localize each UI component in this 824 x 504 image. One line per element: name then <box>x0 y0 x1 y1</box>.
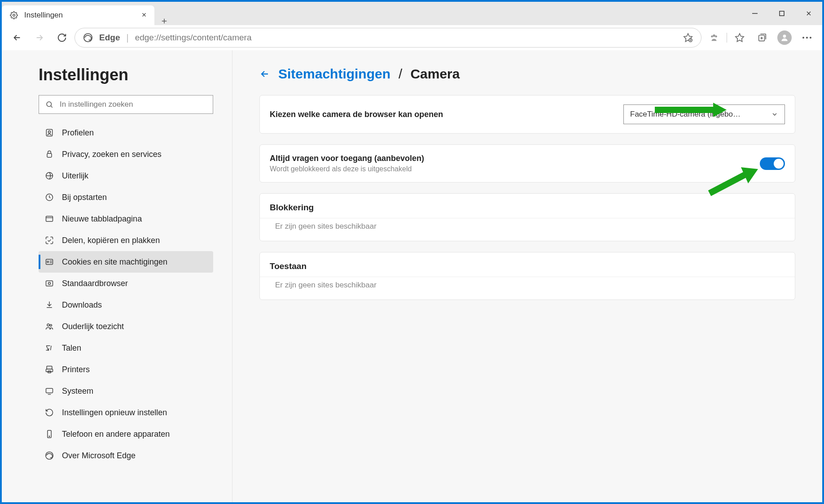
svg-point-9 <box>802 37 804 39</box>
sidebar-item[interactable]: Cookies en site machtigingen <box>39 251 213 273</box>
svg-point-4 <box>713 35 715 37</box>
sidebar-item[interactable]: Bij opstarten <box>39 187 213 208</box>
sidebar-item-icon <box>45 408 54 417</box>
settings-search-input[interactable] <box>60 100 206 109</box>
sidebar-item-icon <box>45 343 54 352</box>
sidebar-item[interactable]: Delen, kopiëren en plakken <box>39 230 213 251</box>
svg-point-24 <box>50 324 52 326</box>
sidebar-item-icon <box>45 300 54 309</box>
new-tab-button[interactable] <box>154 17 174 25</box>
sidebar-item-label: Privacy, zoeken en services <box>62 150 162 159</box>
window-minimize-button[interactable] <box>741 2 768 25</box>
svg-point-12 <box>47 102 52 107</box>
svg-point-0 <box>13 14 15 17</box>
favorite-star-icon[interactable] <box>683 33 693 43</box>
sidebar-item[interactable]: Standaardbrowser <box>39 273 213 294</box>
sidebar-item-icon <box>45 257 54 266</box>
svg-point-20 <box>47 261 48 262</box>
nav-reload-button[interactable] <box>52 28 72 48</box>
sidebar-item[interactable]: Telefoon en andere apparaten <box>39 423 213 445</box>
sidebar-item[interactable]: Ouderlijk toezicht <box>39 316 213 337</box>
breadcrumb-current: Camera <box>410 66 460 82</box>
sidebar-item[interactable]: Over Microsoft Edge <box>39 445 213 466</box>
browser-tab[interactable]: Instellingen <box>2 5 154 25</box>
edge-logo-icon <box>83 33 93 43</box>
ask-toggle-sub: Wordt geblokkeerd als deze is uitgeschak… <box>270 165 424 173</box>
svg-line-34 <box>710 174 745 193</box>
sidebar-item[interactable]: Uiterlijk <box>39 165 213 187</box>
chevron-down-icon <box>771 111 778 118</box>
sidebar-item-label: Instellingen opnieuw instellen <box>62 408 167 417</box>
sidebar-item-label: Over Microsoft Edge <box>62 451 136 461</box>
sidebar-item-label: Cookies en site machtigingen <box>62 257 167 267</box>
more-menu-icon[interactable] <box>797 28 817 48</box>
favorites-icon[interactable] <box>730 28 749 48</box>
svg-point-23 <box>47 324 49 326</box>
choose-camera-label: Kiezen welke camera de browser kan opene… <box>270 110 443 119</box>
window-close-button[interactable] <box>795 2 822 25</box>
block-empty-text: Er zijn geen sites beschikbaar <box>260 218 795 241</box>
address-bar[interactable]: Edge | edge://settings/content/camera <box>75 28 701 48</box>
svg-rect-1 <box>780 11 784 16</box>
sidebar-item-icon <box>45 387 54 395</box>
svg-point-6 <box>715 35 717 37</box>
svg-point-14 <box>48 131 51 133</box>
sidebar-item-label: Bij opstarten <box>62 193 107 202</box>
breadcrumb-back-icon[interactable] <box>259 69 270 79</box>
sidebar-item-label: Delen, kopiëren en plakken <box>62 236 160 245</box>
allow-empty-text: Er zijn geen sites beschikbaar <box>260 277 795 300</box>
tab-title: Instellingen <box>24 11 141 20</box>
sidebar-item[interactable]: Instellingen opnieuw instellen <box>39 402 213 423</box>
address-url: edge://settings/content/camera <box>135 33 252 43</box>
sidebar-item[interactable]: Nieuwe tabbladpagina <box>39 208 213 230</box>
sidebar-item[interactable]: Printers <box>39 359 213 380</box>
collections-icon[interactable] <box>752 28 772 48</box>
sidebar-item-icon <box>45 128 54 137</box>
sidebar-item-label: Standaardbrowser <box>62 279 128 288</box>
address-prefix: Edge <box>99 33 120 43</box>
gear-icon <box>10 11 18 19</box>
sidebar-item-icon <box>45 150 54 159</box>
sidebar-item-label: Nieuwe tabbladpagina <box>62 214 142 224</box>
sidebar-item-label: Printers <box>62 365 90 374</box>
svg-rect-15 <box>47 153 52 157</box>
camera-select[interactable]: FaceTime-HD-camera (ingebo… <box>623 104 785 124</box>
svg-point-22 <box>48 282 51 285</box>
sidebar-item-icon <box>45 279 54 288</box>
window-maximize-button[interactable] <box>768 2 795 25</box>
sidebar-item-icon <box>45 430 54 439</box>
svg-rect-28 <box>46 388 53 393</box>
sidebar-item[interactable]: Profielen <box>39 122 213 143</box>
nav-back-button[interactable] <box>7 28 27 48</box>
sidebar-item-icon <box>45 322 54 331</box>
sidebar-item[interactable]: Downloads <box>39 294 213 316</box>
svg-rect-25 <box>47 366 52 369</box>
sidebar-item-icon <box>45 236 54 245</box>
svg-point-30 <box>49 436 50 437</box>
svg-point-10 <box>806 37 808 39</box>
svg-point-11 <box>810 37 811 39</box>
svg-rect-18 <box>46 216 53 222</box>
breadcrumb-parent[interactable]: Sitemachtigingen <box>278 66 390 82</box>
extensions-icon[interactable] <box>704 28 724 48</box>
address-separator: | <box>126 33 128 43</box>
sidebar-heading: Instellingen <box>39 65 213 84</box>
profile-avatar[interactable] <box>775 28 794 48</box>
nav-forward-button <box>30 28 49 48</box>
settings-search[interactable] <box>39 95 213 114</box>
sidebar-item-label: Talen <box>62 343 81 353</box>
svg-point-5 <box>711 35 713 37</box>
sidebar-item-label: Uiterlijk <box>62 171 88 181</box>
tab-close-icon[interactable] <box>141 12 148 19</box>
sidebar-item-icon <box>45 193 54 202</box>
sidebar-item-icon <box>45 451 54 460</box>
sidebar-item-icon <box>45 171 54 180</box>
sidebar-item[interactable]: Systeem <box>39 380 213 402</box>
sidebar-item-icon <box>45 214 54 223</box>
ask-toggle[interactable] <box>760 157 785 170</box>
block-heading: Blokkering <box>260 194 795 218</box>
toolbar-divider <box>727 33 727 43</box>
sidebar-item[interactable]: Privacy, zoeken en services <box>39 143 213 165</box>
sidebar-item[interactable]: Talen <box>39 337 213 359</box>
sidebar-item-label: Ouderlijk toezicht <box>62 322 124 331</box>
